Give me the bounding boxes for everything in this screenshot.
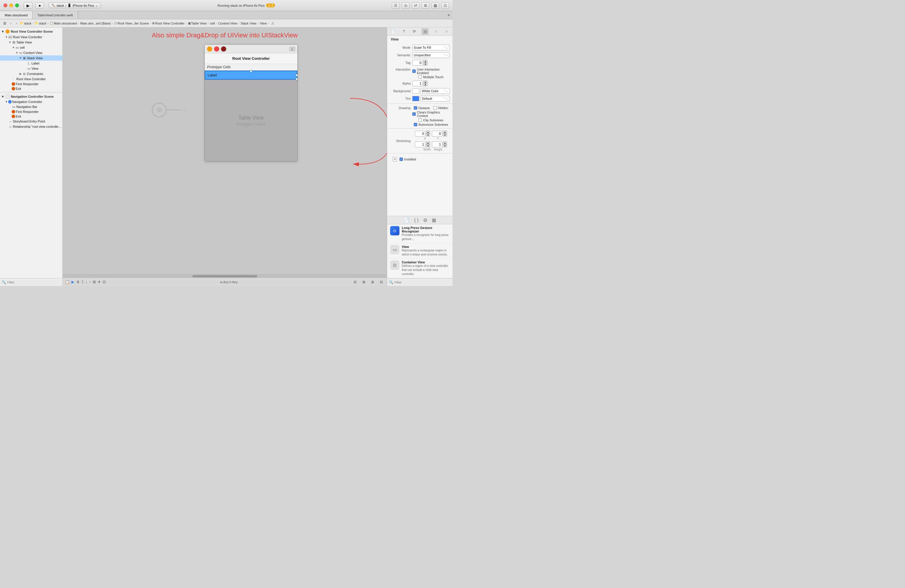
stop-button[interactable]: ■ [35,2,44,9]
version-editor-button[interactable]: ⇄ [412,2,419,9]
breadcrumb-item[interactable]: Stack View [241,22,256,25]
size-inspector-tab[interactable]: ↑ [432,28,439,35]
width-decrement[interactable]: ▼ [426,145,430,147]
help-inspector-tab[interactable]: ? [400,28,407,35]
alpha-value[interactable] [412,81,423,86]
assistant-editor-button[interactable]: ◎ [402,2,410,9]
y-increment[interactable]: ▲ [443,131,447,133]
x-increment[interactable]: ▲ [426,131,430,133]
user-interaction-checkbox[interactable]: ✓ [412,70,416,73]
breadcrumb-item[interactable]: ▦ Table View [188,22,207,25]
autoresize-checkbox[interactable]: ✓ [414,123,417,126]
height-decrement[interactable]: ▼ [443,145,447,147]
nav-item-stackview[interactable]: ▼ ⊞ Stack View [0,56,62,61]
identity-inspector-tab[interactable]: ⟳ [411,28,418,35]
height-increment[interactable]: ▲ [443,141,447,145]
maximize-button[interactable] [15,3,19,7]
tint-color-swatch[interactable] [412,96,419,101]
nav-item-tableview[interactable]: ▼ ⊟ Table View [0,40,62,45]
obj-lib-item-gesture[interactable]: ⊙ Long Press Gesture Recognizer Provides… [387,224,452,243]
step-over-icon[interactable]: ⤵ [82,280,84,284]
view-debugger-icon[interactable]: ⊞ [93,280,96,284]
layout-btn-2[interactable]: ⊠ [360,279,367,285]
add-tab-button[interactable]: + [445,11,452,19]
step-out-icon[interactable]: ↑ [89,280,91,284]
nav-item-firstresponder[interactable]: First Responder [0,82,62,86]
object-library-tab[interactable]: ⊙ [423,217,427,223]
forward-button[interactable]: › [14,21,19,26]
breadcrumb-item[interactable]: Content View [218,22,237,25]
nav-item-exit[interactable]: Exit [0,86,62,91]
y-decrement[interactable]: ▼ [443,133,447,137]
navigator-panel-button[interactable]: ⊞ [422,2,429,9]
obj-lib-item-view[interactable]: ▭ View Represents a rectangular region i… [387,243,452,259]
navigator-filter-input[interactable] [7,281,60,284]
breadcrumb-item[interactable]: cell [210,22,215,25]
canvas-scrollbar-horizontal[interactable] [63,274,387,278]
mode-select[interactable]: Scale To Fill ⌃⌄ [412,44,449,51]
nav-item-rootvc-ref[interactable]: ‹ Root View Controller [0,76,62,82]
installed-checkbox[interactable]: ✓ [399,157,403,161]
nav-item-contentview[interactable]: ▼ ▭ Content View [0,50,62,56]
breadcrumb-item[interactable]: Main.stor...ard (Base) [80,22,111,25]
alpha-increment-button[interactable]: ▲ [423,81,427,83]
nav-item-constraints[interactable]: ▶ ⊡ Constraints [0,71,62,76]
grid-view-button[interactable]: ⊞ [2,21,8,26]
navigator-toggle-button[interactable]: ☰ [392,2,399,9]
run-button[interactable]: ▶ [24,2,32,9]
tab-tableviewcontroller[interactable]: TableViewController.swift [33,11,78,19]
breadcrumb-item[interactable]: 📁 stack [35,22,46,25]
nav-item-navvc[interactable]: ▼ Navigation Controller [0,100,62,104]
tab-main-storyboard[interactable]: Main.storyboard [0,11,33,19]
selection-handle-tl[interactable] [250,70,252,72]
simulate-icon[interactable]: ✈ [98,280,101,284]
breadcrumb-item[interactable]: ⬡ Root View...ller Scene [114,22,149,25]
inspector-panel-button[interactable]: ▦ [432,2,439,9]
nav-item-exit2[interactable]: Exit [0,114,62,119]
attributes-inspector-tab[interactable]: ◎ [422,28,429,35]
debug-panel-button[interactable]: ⊡ [441,2,449,9]
debug-icon[interactable]: ⊡ [103,280,106,284]
nav-item-rootvc[interactable]: ▼ VC Root View Controller [0,34,62,40]
scheme-selector[interactable]: 🔨 stack › 📱 iPhone 6s Plus ⌄ [49,3,101,8]
breadcrumb-item[interactable]: 📋 Main.storyboard [50,22,77,25]
nav-item-firstresponder2[interactable]: First Responder [0,110,62,114]
close-button[interactable] [3,3,7,7]
breadcrumb-item[interactable]: View [260,22,267,25]
tag-value[interactable] [412,60,423,66]
nav-item-entry-point[interactable]: → Storyboard Entry Point [0,119,62,124]
back-button[interactable]: ‹ [8,21,13,26]
run-icon[interactable]: ▶ [71,280,75,284]
table-cell-row[interactable]: Label [205,71,297,79]
nav-scene-header[interactable]: ▼ Navigation Controller Scene [0,94,62,100]
alpha-decrement-button[interactable]: ▼ [423,83,427,86]
semantic-select[interactable]: Unspecified ⌃⌄ [412,52,449,58]
background-select[interactable]: White Color ⌃⌄ [421,88,449,94]
obj-lib-item-container[interactable]: ⊡ Container View Defines a region of a v… [387,259,452,278]
multiple-touch-checkbox[interactable] [418,75,422,79]
storyboard-icon[interactable]: 📋 [65,280,70,284]
canvas-scroll[interactable]: ⚙ → |||| [63,41,387,274]
hidden-checkbox[interactable] [433,106,437,110]
scene-section-header[interactable]: ▼ Root View Controller Scene [0,29,62,34]
layout-btn-3[interactable]: ⊞ [369,279,376,285]
object-library-filter-input[interactable] [394,281,451,284]
tag-decrement-button[interactable]: ▼ [423,63,427,66]
scrollbar-thumb[interactable] [192,275,257,277]
warning-badge[interactable]: ⚠ 2 [266,3,275,7]
nav-item-view[interactable]: ▭ View [0,66,62,71]
add-button[interactable]: + [392,157,397,162]
connections-inspector-tab[interactable]: ○ [443,28,450,35]
selection-handle-tr[interactable] [295,74,298,76]
minimize-button[interactable] [10,3,13,7]
tag-increment-button[interactable]: ▲ [423,60,427,63]
tint-select[interactable]: Default ⌃⌄ [421,96,449,102]
breadcrumb-item[interactable]: 📁 stack [20,22,32,25]
y-value[interactable] [432,131,442,137]
media-library-tab[interactable]: ▦ [432,217,436,223]
x-decrement[interactable]: ▼ [426,133,430,137]
clip-subviews-checkbox[interactable] [418,118,422,122]
height-value[interactable] [432,141,442,147]
layout-btn-1[interactable]: ⊟ [352,279,358,285]
nav-item-relationship[interactable]: ⊙ Relationship "root view controller" to… [0,124,62,129]
